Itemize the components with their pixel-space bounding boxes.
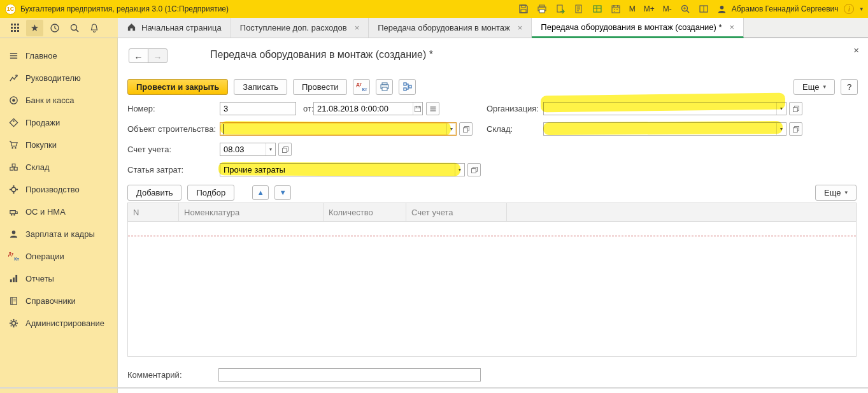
history-clock-icon[interactable] bbox=[46, 20, 63, 36]
close-icon[interactable]: × bbox=[518, 23, 523, 32]
sidebar-item-production[interactable]: Производство bbox=[0, 178, 117, 201]
chevron-down-icon[interactable]: ▾ bbox=[776, 103, 786, 115]
menu-grid-icon[interactable] bbox=[6, 20, 24, 36]
account-open-button[interactable] bbox=[278, 143, 292, 156]
number-field[interactable]: 3 bbox=[220, 102, 296, 115]
date-field[interactable]: 21.08.2018 0:00:00 bbox=[313, 102, 423, 115]
sidebar-item-payroll-hr[interactable]: Зарплата и кадры bbox=[0, 223, 117, 245]
print-icon[interactable] bbox=[536, 3, 548, 15]
number-label: Номер: bbox=[127, 104, 155, 113]
sidebar-item-warehouse[interactable]: Склад bbox=[0, 156, 117, 178]
back-button[interactable]: ← bbox=[129, 48, 148, 63]
close-icon[interactable]: × bbox=[853, 45, 859, 55]
chevron-down-icon[interactable]: ▾ bbox=[266, 143, 275, 155]
sidebar-item-purchases[interactable]: Покупки bbox=[0, 134, 117, 156]
write-button[interactable]: Записать bbox=[234, 79, 287, 95]
save-icon[interactable] bbox=[517, 3, 530, 15]
favorites-star-icon[interactable]: ★ bbox=[26, 20, 43, 36]
memory-m-button[interactable]: M bbox=[628, 4, 637, 13]
warehouse-open-button[interactable] bbox=[789, 122, 802, 136]
chevron-down-icon[interactable]: ▾ bbox=[776, 123, 786, 135]
grid-more-button[interactable]: Еще▾ bbox=[815, 185, 857, 201]
table-body[interactable] bbox=[127, 222, 857, 357]
comment-field[interactable] bbox=[218, 368, 481, 382]
hierarchy-icon bbox=[402, 82, 413, 92]
grid-toolbar: Добавить Подбор ▲ ▼ Еще▾ bbox=[127, 184, 857, 201]
sidebar-item-main[interactable]: Главное bbox=[0, 45, 117, 67]
forward-button[interactable]: → bbox=[148, 48, 167, 63]
cost-item-field[interactable]: Прочие затраты ▾ bbox=[220, 163, 465, 176]
column-header-account[interactable]: Счет учета bbox=[406, 203, 507, 221]
column-header-n[interactable]: N bbox=[128, 203, 179, 221]
tab-equipment-transfer-new[interactable]: Передача оборудования в монтаж (создание… bbox=[532, 18, 744, 38]
document-list-button[interactable] bbox=[426, 102, 439, 115]
text-cursor bbox=[224, 124, 224, 134]
notifications-bell-icon[interactable] bbox=[85, 20, 103, 36]
user-menu[interactable]: Абрамов Геннадий Сергеевич bbox=[716, 3, 839, 15]
dt-kt-button[interactable]: ДтКт bbox=[353, 79, 370, 95]
window-title: Бухгалтерия предприятия, редакция 3.0 (1… bbox=[20, 4, 229, 13]
close-icon[interactable]: × bbox=[355, 23, 360, 32]
sidebar-item-sales[interactable]: Продажи bbox=[0, 111, 117, 134]
sidebar-item-administration[interactable]: Администрирование bbox=[0, 312, 117, 334]
construction-object-open-button[interactable] bbox=[459, 122, 473, 136]
attach-file-icon[interactable] bbox=[573, 3, 585, 15]
search-icon[interactable] bbox=[66, 20, 83, 36]
move-down-button[interactable]: ▼ bbox=[274, 185, 291, 200]
account-label: Счет учета: bbox=[127, 145, 171, 154]
tab-home[interactable]: Начальная страница bbox=[118, 18, 231, 38]
sidebar-item-manager[interactable]: Руководителю bbox=[0, 67, 117, 89]
sidebar-item-reports[interactable]: Отчеты bbox=[0, 268, 117, 290]
memory-m-plus-button[interactable]: M+ bbox=[643, 4, 656, 13]
open-icon bbox=[281, 146, 289, 154]
help-button[interactable]: ? bbox=[841, 79, 858, 95]
post-button[interactable]: Провести bbox=[293, 79, 348, 95]
organization-field[interactable]: ▾ bbox=[543, 102, 786, 115]
tab-receipt-additional-expenses[interactable]: Поступление доп. расходов × bbox=[231, 18, 369, 38]
application-window: 1С Бухгалтерия предприятия, редакция 3.0… bbox=[0, 0, 868, 393]
column-header-nomenclature[interactable]: Номенклатура bbox=[179, 203, 324, 221]
cost-item-open-button[interactable] bbox=[467, 163, 481, 176]
column-header-quantity[interactable]: Количество bbox=[324, 203, 406, 221]
calendar-icon[interactable] bbox=[609, 3, 622, 15]
sidebar-item-bank-cash[interactable]: Банк и касса bbox=[0, 89, 117, 111]
info-icon[interactable]: i bbox=[844, 4, 854, 14]
warehouse-field[interactable]: ▾ bbox=[543, 122, 786, 136]
sidebar-nav: Главное Руководителю Банк и касса Продаж… bbox=[0, 38, 118, 393]
split-panel-icon[interactable] bbox=[697, 3, 710, 15]
chevron-down-icon[interactable]: ▾ bbox=[455, 164, 464, 176]
more-button[interactable]: Еще▾ bbox=[793, 79, 835, 95]
user-name: Абрамов Геннадий Сергеевич bbox=[732, 4, 839, 13]
print-button[interactable] bbox=[376, 79, 393, 95]
bar-chart-icon bbox=[8, 273, 19, 284]
gear-icon bbox=[8, 184, 19, 195]
organization-open-button[interactable] bbox=[789, 102, 802, 115]
sidebar-item-operations[interactable]: ДтКт Операции bbox=[0, 245, 117, 268]
export-file-icon[interactable] bbox=[554, 3, 567, 15]
tab-strip: ★ Начальная страница Поступление доп. ра… bbox=[0, 18, 868, 38]
sidebar-item-fixed-assets[interactable]: ОС и НМА bbox=[0, 201, 117, 223]
calendar-picker-icon[interactable] bbox=[413, 103, 422, 115]
add-row-button[interactable]: Добавить bbox=[127, 185, 181, 201]
app-logo-icon: 1С bbox=[5, 4, 16, 15]
account-field[interactable]: 08.03 ▾ bbox=[220, 143, 276, 156]
home-icon bbox=[127, 22, 136, 34]
chevron-down-icon: ▾ bbox=[823, 83, 826, 90]
pick-button[interactable]: Подбор bbox=[187, 185, 234, 201]
chevron-down-icon[interactable]: ▾ bbox=[860, 6, 863, 12]
dt-kt-icon: ДтКт bbox=[356, 82, 367, 92]
tab-equipment-transfer-list[interactable]: Передача оборудования в монтаж × bbox=[369, 18, 532, 38]
memory-m-minus-button[interactable]: M- bbox=[662, 4, 673, 13]
sidebar-item-directories[interactable]: Справочники bbox=[0, 290, 117, 312]
tab-label: Начальная страница bbox=[141, 23, 222, 32]
post-and-close-button[interactable]: Провести и закрыть bbox=[127, 79, 228, 95]
chevron-down-icon[interactable]: ▾ bbox=[446, 123, 456, 135]
column-header-filler bbox=[507, 203, 856, 221]
table-icon[interactable] bbox=[591, 3, 604, 15]
close-icon[interactable]: × bbox=[730, 22, 735, 32]
main-menu-icon bbox=[8, 50, 19, 61]
move-up-button[interactable]: ▲ bbox=[252, 185, 269, 200]
construction-object-field[interactable]: ▾ bbox=[220, 122, 457, 136]
structure-button[interactable] bbox=[399, 79, 416, 95]
zoom-in-icon[interactable] bbox=[679, 3, 692, 15]
